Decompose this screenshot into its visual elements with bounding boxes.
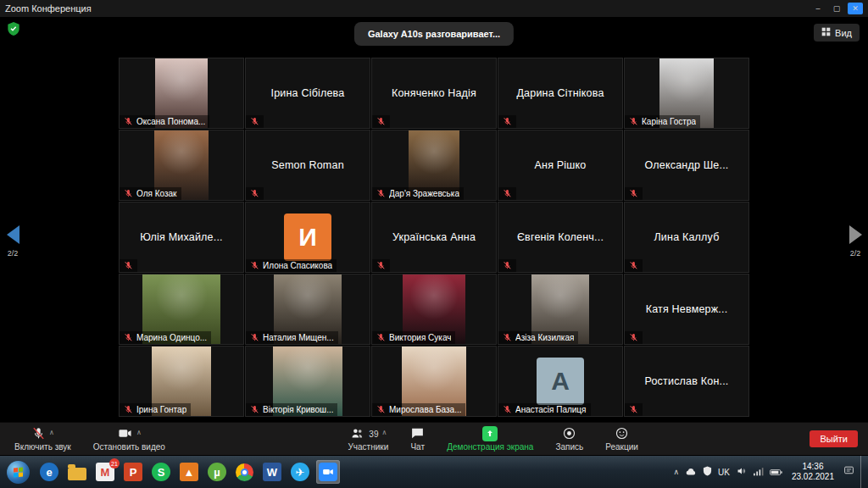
participant-tile[interactable]: Вікторія Кривош... xyxy=(245,346,370,417)
chat-label: Чат xyxy=(410,442,425,452)
participant-tile[interactable]: Ростислав Кон... xyxy=(624,346,749,417)
participant-tile[interactable]: Каріна Гостра xyxy=(624,58,749,129)
vlc-icon[interactable]: ▲ xyxy=(177,460,201,484)
previous-page-arrow-icon[interactable] xyxy=(7,225,19,244)
show-desktop-button[interactable] xyxy=(860,456,865,488)
reactions-label: Реакции xyxy=(605,442,638,452)
muted-mic-icon xyxy=(250,189,259,198)
close-button[interactable]: ✕ xyxy=(848,3,863,14)
stop-video-button[interactable]: ∧ Остановить видео xyxy=(82,423,176,455)
participant-name: Виктория Сукач xyxy=(389,333,451,342)
reactions-button[interactable]: Реакции xyxy=(594,423,649,455)
share-screen-button[interactable]: Демонстрация экрана xyxy=(436,423,544,455)
participants-grid: Оксана Понома...Ірина СібілеваКоняченко … xyxy=(119,58,749,417)
participant-tile[interactable]: ААнастасія Палиця xyxy=(498,346,623,417)
participant-tile[interactable]: Катя Невмерж... xyxy=(624,274,749,345)
hidden-icons-chevron[interactable]: ∧ xyxy=(673,468,679,476)
defender-shield-icon[interactable] xyxy=(703,464,712,480)
participant-nameplate xyxy=(246,187,264,200)
participant-tile[interactable]: Українська Анна xyxy=(371,202,497,273)
maximize-button[interactable]: ▢ xyxy=(829,3,844,14)
utorrent-icon[interactable]: µ xyxy=(205,460,229,484)
stop-video-label: Остановить видео xyxy=(93,442,165,452)
share-screen-icon xyxy=(482,426,498,441)
battery-icon[interactable] xyxy=(770,464,782,480)
muted-mic-icon xyxy=(376,117,386,126)
muted-mic-icon xyxy=(503,333,512,342)
participant-tile[interactable]: Юлія Михайле... xyxy=(119,202,244,273)
folder-icon[interactable] xyxy=(65,461,89,483)
unmute-button[interactable]: ∧ Включить звук xyxy=(3,423,82,455)
telegram-icon[interactable]: ✈ xyxy=(288,460,312,484)
internet-explorer-icon[interactable]: e xyxy=(37,460,61,484)
network-icon[interactable] xyxy=(753,464,764,480)
participant-name-centered: Катя Невмерж... xyxy=(641,303,733,315)
participant-tile[interactable]: Дар'я Зражевська xyxy=(371,130,497,201)
word-icon[interactable]: W xyxy=(260,460,284,484)
participant-name: Каріна Гостра xyxy=(642,117,696,126)
muted-mic-icon xyxy=(31,426,46,442)
cloud-icon[interactable] xyxy=(685,464,697,480)
participant-nameplate xyxy=(625,259,643,272)
participant-tile[interactable]: Азіза Кизилкая xyxy=(498,274,623,345)
participant-tile[interactable]: ИИлона Спасикова xyxy=(245,202,370,273)
windows-logo-icon xyxy=(14,467,23,477)
participant-tile[interactable]: Ірина Сібілева xyxy=(245,58,370,129)
notification-badge: 21 xyxy=(109,458,120,469)
leave-button[interactable]: Выйти xyxy=(810,430,858,447)
participant-nameplate: Ірина Гонтар xyxy=(120,403,191,416)
participant-tile[interactable]: Аня Рішко xyxy=(498,130,623,201)
participant-name-centered: Коняченко Надія xyxy=(387,87,481,99)
participant-tile[interactable]: Олександр Ше... xyxy=(624,130,749,201)
action-center-icon[interactable] xyxy=(843,464,854,480)
muted-mic-icon xyxy=(250,117,259,126)
reactions-smiley-icon xyxy=(615,426,629,442)
participant-name: Оля Козак xyxy=(136,189,177,198)
participant-tile[interactable]: Лина Каллуб xyxy=(624,202,749,273)
participant-tile[interactable]: Виктория Сукач xyxy=(371,274,497,345)
participant-name: Анастасія Палиця xyxy=(515,405,587,414)
participant-tile[interactable]: Коняченко Надія xyxy=(371,58,497,129)
participant-tile[interactable]: Оксана Понома... xyxy=(119,58,244,129)
taskbar-apps: eM21PS▲µW✈ xyxy=(0,460,673,484)
record-button[interactable]: Запись xyxy=(544,423,594,455)
start-button[interactable] xyxy=(7,461,30,484)
previous-page-control[interactable]: 2/2 xyxy=(2,225,24,258)
participant-tile[interactable]: Мирослава База... xyxy=(371,346,497,417)
audio-options-chevron[interactable]: ∧ xyxy=(49,429,54,436)
participant-name: Илона Спасикова xyxy=(263,261,332,270)
participant-name-centered: Аня Рішко xyxy=(530,159,592,171)
language-indicator[interactable]: UK xyxy=(718,468,730,477)
participants-options-chevron[interactable]: ∧ xyxy=(381,429,387,436)
security-shield-icon[interactable] xyxy=(7,21,20,40)
participant-nameplate xyxy=(498,115,516,128)
chat-button[interactable]: Чат xyxy=(399,423,436,455)
page-indicator-left: 2/2 xyxy=(8,249,19,258)
zoom-icon[interactable] xyxy=(316,460,340,484)
chrome-icon[interactable] xyxy=(233,461,256,484)
muted-mic-icon xyxy=(629,189,638,198)
volume-icon[interactable] xyxy=(736,464,747,480)
participant-tile[interactable]: Дарина Сітнікова xyxy=(498,58,623,129)
participant-tile[interactable]: Марина Одинцо... xyxy=(119,274,244,345)
participant-tile[interactable]: Євгенія Коленч... xyxy=(498,202,623,273)
taskbar-clock[interactable]: 14:36 23.02.2021 xyxy=(788,462,837,482)
participant-nameplate xyxy=(372,259,390,272)
participant-tile[interactable]: Наталия Мищен... xyxy=(245,274,370,345)
minimize-button[interactable]: – xyxy=(810,3,826,14)
mail-icon[interactable]: M21 xyxy=(93,460,117,484)
system-tray: ∧ UK 14:36 23.02.2021 xyxy=(673,456,868,488)
grid-view-icon xyxy=(821,27,831,38)
participant-tile[interactable]: Ірина Гонтар xyxy=(119,346,244,417)
powerpoint-icon[interactable]: P xyxy=(121,460,145,484)
participant-tile[interactable]: Semon Roman xyxy=(245,130,370,201)
participant-name: Азіза Кизилкая xyxy=(515,333,574,342)
participants-button[interactable]: 39 ∧ Участники xyxy=(337,423,399,455)
participant-tile[interactable]: Оля Козак xyxy=(119,130,244,201)
video-options-chevron[interactable]: ∧ xyxy=(136,429,142,436)
view-button[interactable]: Вид xyxy=(814,24,860,42)
next-page-control[interactable]: 2/2 xyxy=(844,225,866,258)
next-page-arrow-icon[interactable] xyxy=(849,225,862,244)
meeting-topbar: Galaxy A10s разговаривает... Вид xyxy=(0,17,868,56)
spotify-icon[interactable]: S xyxy=(149,460,173,484)
